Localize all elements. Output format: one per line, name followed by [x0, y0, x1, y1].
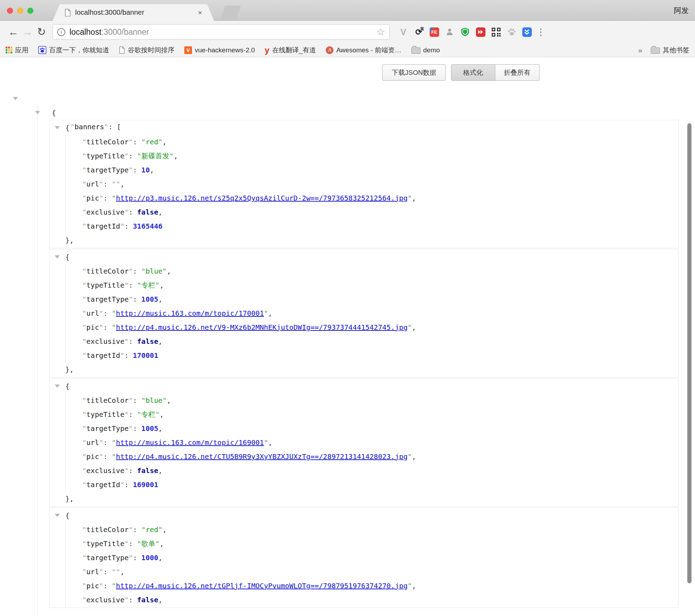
json-key: pic — [86, 194, 99, 202]
collapse-triangle-icon[interactable] — [55, 514, 60, 517]
json-key: targetType — [86, 553, 128, 562]
json-key: pic — [86, 452, 99, 461]
json-key: typeTitle — [86, 410, 124, 419]
json-field-row: "exclusive": false, — [49, 464, 678, 478]
fullscreen-window-button[interactable] — [27, 8, 33, 14]
tab-title: localhost:3000/banner — [75, 8, 194, 17]
bookmark-folder-demo[interactable]: demo — [411, 46, 440, 54]
collapse-all-button[interactable]: 折叠所有 — [495, 64, 540, 81]
collapse-triangle-icon[interactable] — [55, 126, 60, 129]
bookmark-apps[interactable]: 应用 — [6, 46, 28, 55]
json-link[interactable]: http://p4.music.126.net/V9-MXz6b2MNhEKju… — [116, 323, 408, 332]
url-path: :3000/banner — [101, 27, 149, 37]
json-tree: { "banners": [ {"titleColor": "red","typ… — [0, 92, 695, 616]
person-extension-icon[interactable] — [444, 26, 456, 38]
json-boolean-value: false — [137, 208, 158, 216]
json-object: {"titleColor": "blue","typeTitle": "专栏",… — [49, 378, 679, 507]
json-object-fields: "titleColor": "blue","typeTitle": "专栏","… — [49, 393, 678, 492]
json-array-items: {"titleColor": "red","typeTitle": "新碟首发"… — [0, 120, 695, 608]
json-link[interactable]: http://p3.music.126.net/s25q2x5QyqsAzilC… — [116, 194, 408, 202]
close-window-button[interactable] — [7, 8, 13, 14]
collapse-triangle-icon[interactable] — [35, 111, 40, 114]
json-object: {"titleColor": "red","typeTitle": "新碟首发"… — [49, 120, 679, 248]
brace-token: { — [65, 382, 70, 391]
collapse-triangle-icon[interactable] — [55, 385, 60, 388]
folder-icon — [411, 47, 421, 54]
json-key: typeTitle — [86, 539, 124, 548]
blue-chevrons-extension-icon[interactable] — [521, 26, 533, 38]
new-tab-button[interactable] — [220, 6, 241, 20]
bookmark-baidu[interactable]: 百度一下，你就知道 — [38, 46, 109, 55]
json-object-fields: "titleColor": "blue","typeTitle": "专栏","… — [49, 264, 678, 362]
address-bar[interactable]: i localhost:3000/banner ☆ — [53, 24, 390, 40]
json-link[interactable]: http://music.163.com/m/topic/169001 — [116, 438, 264, 447]
vue-logo-icon: V — [184, 46, 192, 54]
baidu-paw-icon — [38, 46, 46, 54]
toolbar: ← → ↻ i localhost:3000/banner ☆ V ⟳ 英 FE — [0, 21, 695, 43]
scrollbar-thumb[interactable] — [687, 123, 691, 583]
json-key: targetType — [86, 295, 128, 303]
json-key: url — [86, 568, 99, 576]
youdao-translate-icon[interactable]: ⟳ 英 — [413, 26, 425, 38]
reload-button[interactable]: ↻ — [34, 27, 48, 37]
json-field-row: "pic": "http://p4.music.126.net/V9-MXz6b… — [49, 320, 678, 334]
json-field-row: "pic": "http://p3.music.126.net/s25q2x5Q… — [49, 191, 678, 205]
json-boolean-value: false — [137, 596, 158, 604]
fast-forward-extension-icon[interactable] — [475, 26, 486, 38]
json-actions: 下载JSON数据 格式化 折叠所有 — [382, 64, 540, 81]
back-button[interactable]: ← — [6, 27, 20, 37]
json-object-open-row: { — [49, 379, 678, 393]
profile-name[interactable]: 阿发 — [674, 6, 689, 15]
json-string-value: 专栏 — [141, 281, 155, 289]
download-json-button[interactable]: 下载JSON数据 — [382, 64, 446, 81]
json-field-row: "typeTitle": "新碟首发", — [49, 149, 678, 163]
json-field-row: "targetType": 10, — [49, 163, 678, 177]
traffic-lights — [7, 8, 33, 14]
bookmark-vue-hackernews[interactable]: V vue-hackernews-2.0 — [184, 46, 255, 54]
vue-devtools-icon[interactable]: V — [397, 26, 409, 38]
json-key: exclusive — [86, 337, 124, 346]
qr-code-extension-icon[interactable] — [490, 26, 502, 38]
json-key: exclusive — [86, 466, 124, 475]
view-mode-group: 格式化 折叠所有 — [451, 64, 540, 81]
format-button[interactable]: 格式化 — [451, 64, 495, 81]
titlebar: localhost:3000/banner × 阿发 — [0, 0, 695, 21]
site-info-icon[interactable]: i — [57, 28, 65, 36]
collapse-triangle-icon[interactable] — [13, 97, 18, 100]
collapse-triangle-icon[interactable] — [55, 255, 60, 258]
bookmark-youdao[interactable]: y 在线翻译_有道 — [265, 46, 316, 55]
minimize-window-button[interactable] — [17, 8, 23, 14]
page-content: 下载JSON数据 格式化 折叠所有 { "banners": [ {"title… — [0, 57, 695, 616]
paw-extension-icon[interactable] — [505, 26, 517, 38]
json-object-open-row: { — [49, 250, 678, 264]
json-object-open-row: { — [49, 509, 678, 523]
other-bookmarks-folder[interactable]: 其他书签 — [651, 46, 689, 55]
green-shield-extension-icon[interactable] — [459, 26, 471, 38]
json-link[interactable]: http://music.163.com/m/topic/170001 — [116, 309, 264, 317]
bookmarks-overflow-chevron[interactable]: » — [638, 46, 642, 54]
bookmark-star-icon[interactable]: ☆ — [377, 26, 385, 38]
json-key: typeTitle — [86, 152, 124, 160]
json-object-close-row: }, — [49, 492, 678, 506]
json-field-row: "pic": "http://p4.music.126.net/CTU5B9R9… — [49, 450, 678, 464]
tab-close-icon[interactable]: × — [198, 8, 202, 17]
url-text[interactable]: localhost:3000/banner — [70, 27, 149, 37]
fehelper-icon[interactable]: FE — [428, 26, 440, 38]
browser-menu-icon[interactable]: ⋮ — [536, 27, 545, 38]
browser-tab[interactable]: localhost:3000/banner × — [53, 4, 214, 21]
json-link[interactable]: http://p4.music.126.net/tGPljf-IMOCyPvum… — [116, 582, 408, 590]
json-field-row: "typeTitle": "专栏", — [49, 278, 678, 292]
json-empty-string-value: "" — [112, 568, 120, 576]
bookmark-google-sort[interactable]: 谷歌按时间排序 — [119, 46, 174, 55]
bookmark-awesomes[interactable]: A Awesomes - 前端资… — [326, 46, 401, 55]
bookmarks-bar: 应用 百度一下，你就知道 谷歌按时间排序 V vue-hackernews-2.… — [0, 43, 695, 57]
json-key: targetId — [86, 222, 120, 230]
json-key: exclusive — [86, 208, 124, 216]
json-object-fields: "titleColor": "red","typeTitle": "新碟首发",… — [49, 135, 678, 233]
json-field-row: "url": "", — [49, 177, 678, 191]
json-empty-string-value: "" — [112, 180, 120, 188]
json-string-value: red — [146, 138, 158, 146]
json-number-value: 1005 — [141, 424, 158, 433]
json-link[interactable]: http://p4.music.126.net/CTU5B9R9y3XyYBZX… — [116, 452, 408, 461]
json-string-value: red — [146, 525, 158, 534]
